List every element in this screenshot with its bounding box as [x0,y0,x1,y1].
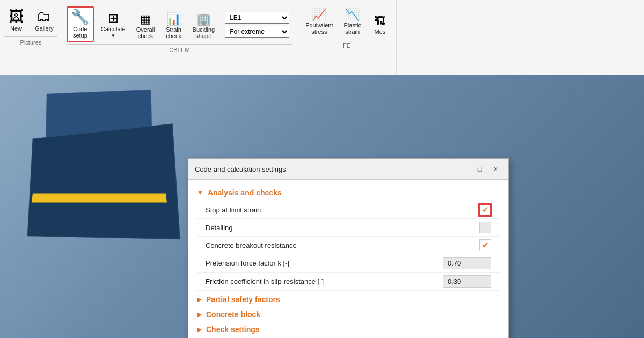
pretension-force-row: Pretension force factor k [-] 0.70 [197,254,500,273]
le1-dropdown[interactable]: LE1 [225,12,289,24]
concrete-breakout-row: Concrete breakout resistance ✔ [197,237,500,254]
dialog-code-calculation-settings: Code and calculation settings — □ × ▼ An… [188,158,509,338]
check-settings-header[interactable]: ▶ Check settings [197,321,500,336]
calculate-button[interactable]: ⊞ Calculate▾ [97,9,129,42]
friction-coefficient-label: Friction coefficient in slip-resistance … [206,277,324,285]
code-setup-label: Codesetup [73,26,87,39]
plastic-strain-label: Plasticstrain [344,22,361,35]
pictures-section-label: Pictures [4,36,57,46]
main-content: Code and calculation settings — □ × ▼ An… [0,75,644,338]
friction-coefficient-value[interactable]: 0.30 [443,275,491,288]
cbfem-section-label: CBFEM [67,44,292,53]
overall-check-button[interactable]: ▦ Overallcheck [133,11,159,42]
strain-check-icon: 📊 [166,13,181,25]
toolbar-section-cbfem: 🔧 Codesetup ⊞ Calculate▾ ▦ Overallcheck … [62,0,297,75]
dialog-controls: — □ × [458,163,502,175]
analysis-checks-header[interactable]: ▼ Analysis and checks [197,186,500,199]
gallery-label: Gallery [35,25,54,32]
check-settings-title: Check settings [206,325,260,334]
stop-limit-strain-row: Stop at limit strain ✔ [197,201,500,219]
model-yellow-bar [32,194,167,203]
mesh-icon: 🏗 [374,16,386,27]
detailing-checkbox[interactable] [479,222,491,233]
friction-coefficient-row: Friction coefficient in slip-resistance … [197,273,500,291]
gallery-button[interactable]: 🗂 Gallery [31,6,57,34]
concrete-block-title: Concrete block [206,310,260,319]
buckling-shape-icon: 🏢 [196,13,211,25]
mesh-button[interactable]: 🏗 Mes [368,13,392,38]
toolbar-section-pictures: 🖼 New 🗂 Gallery Pictures [0,0,62,75]
pretension-force-value[interactable]: 0.70 [443,257,491,269]
for-extreme-dropdown[interactable]: For extreme [225,26,289,38]
strain-check-label: Straincheck [166,26,181,39]
partial-safety-factors-header[interactable]: ▶ Partial safety factors [197,291,500,306]
pictures-tools-row: 🖼 New 🗂 Gallery [4,2,57,34]
overall-check-label: Overallcheck [136,26,155,39]
new-button[interactable]: 🖼 New [4,6,28,34]
calculate-label: Calculate▾ [101,26,126,39]
equivalent-stress-icon: 📈 [312,9,326,21]
stop-limit-strain-label: Stop at limit strain [206,206,261,214]
gallery-icon: 🗂 [36,9,52,24]
new-label: New [10,25,22,32]
fe-section-label: FE [302,40,392,49]
concrete-block-header[interactable]: ▶ Concrete block [197,306,500,321]
equivalent-stress-button[interactable]: 📈 Equivalentstress [302,6,336,38]
partial-safety-factors-title: Partial safety factors [206,295,280,304]
buckling-shape-label: Bucklingshape [193,26,215,39]
close-button[interactable]: × [490,163,502,175]
dialog-titlebar: Code and calculation settings — □ × [188,159,508,180]
mesh-label: Mes [375,28,386,35]
partial-safety-factors-arrow: ▶ [197,296,202,303]
code-setup-button[interactable]: 🔧 Codesetup [67,6,94,42]
plastic-strain-icon: 📉 [345,9,360,21]
model-mesh-header[interactable]: ▶ Model and mesh [197,336,500,338]
cbfem-tools-row: 🔧 Codesetup ⊞ Calculate▾ ▦ Overallcheck … [67,2,292,42]
concrete-breakout-label: Concrete breakout resistance [206,241,297,249]
analysis-checks-title: Analysis and checks [208,188,282,197]
concrete-block-arrow: ▶ [197,311,202,318]
detailing-label: Detailing [206,224,233,232]
check-settings-arrow: ▶ [197,326,202,333]
model-shape-main [27,123,180,239]
cbfem-dropdowns: LE1 For extreme [222,8,292,42]
stop-limit-strain-checkbox[interactable]: ✔ [479,204,491,216]
dialog-body: ▼ Analysis and checks Stop at limit stra… [188,180,508,338]
toolbar-section-fe: 📈 Equivalentstress 📉 Plasticstrain 🏗 Mes… [297,0,397,75]
buckling-shape-button[interactable]: 🏢 Bucklingshape [189,11,219,42]
toolbar: 🖼 New 🗂 Gallery Pictures 🔧 Codesetup ⊞ C… [0,0,644,75]
minimize-button[interactable]: — [458,163,470,175]
overall-check-icon: ▦ [140,13,151,25]
concrete-breakout-checkbox[interactable]: ✔ [479,239,491,251]
maximize-button[interactable]: □ [474,163,486,175]
dialog-title: Code and calculation settings [195,165,286,173]
plastic-strain-button[interactable]: 📉 Plasticstrain [340,6,365,38]
analysis-checks-arrow: ▼ [197,189,203,196]
equivalent-stress-label: Equivalentstress [305,22,333,35]
pretension-force-label: Pretension force factor k [-] [206,259,289,267]
new-icon: 🖼 [9,9,24,24]
strain-check-button[interactable]: 📊 Straincheck [162,11,186,42]
code-setup-icon: 🔧 [71,10,90,25]
calculate-icon: ⊞ [108,12,119,25]
detailing-row: Detailing [197,219,500,237]
fe-tools-row: 📈 Equivalentstress 📉 Plasticstrain 🏗 Mes [302,2,392,38]
